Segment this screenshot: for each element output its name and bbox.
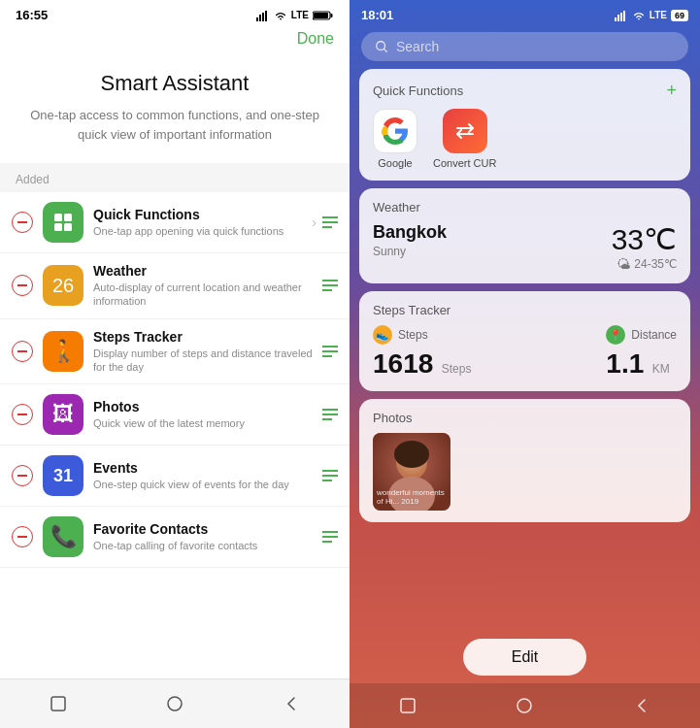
done-button[interactable]: Done [297,30,334,48]
weather-card: Weather Bangkok Sunny 33℃ 🌤 24-35℃ [359,188,690,283]
reorder-icon[interactable] [322,470,338,481]
steps-column: 👟 Steps 1618 Steps [373,325,471,380]
item-desc: One-tap app opening via quick functions [93,224,302,238]
photos-card-title: Photos [373,411,412,425]
add-quick-function-button[interactable]: + [666,81,677,101]
reorder-icon[interactable] [322,280,338,291]
reorder-icon[interactable] [322,346,338,357]
wifi-icon-right [632,10,646,21]
reorder-icon[interactable] [322,531,338,543]
item-actions [322,280,338,291]
quick-icons-list: Google Convert CUR [373,109,677,169]
convert-icon [443,109,487,153]
remove-button[interactable] [12,212,33,233]
nav-square-button-right[interactable] [393,691,422,720]
item-text-steps: Steps Tracker Display number of steps an… [93,329,313,375]
item-title: Quick Functions [93,207,302,222]
left-header: Done [0,26,350,55]
photos-content: wonderful moments of Hi... 2019 [373,433,677,511]
item-actions [322,346,338,357]
svg-rect-7 [54,214,62,221]
photo-thumbnail: wonderful moments of Hi... 2019 [373,433,450,511]
item-text-photos: Photos Quick view of the latest memory [93,399,313,430]
nav-back-button[interactable] [277,689,306,718]
battery-badge-right: 69 [671,10,688,21]
list-item: 🚶 Steps Tracker Display number of steps … [0,319,350,385]
convert-app-label: Convert CUR [433,157,496,169]
remove-button[interactable] [12,341,33,362]
nav-back-button-right[interactable] [627,691,656,720]
network-type-left: LTE [291,10,309,20]
weather-content: Bangkok Sunny 33℃ 🌤 24-35℃ [373,222,677,272]
svg-rect-5 [314,13,328,18]
distance-label: Distance [631,328,677,342]
steps-tracker-card: Steps Tracker 👟 Steps 1618 Steps [359,291,690,391]
remove-button[interactable] [12,465,33,486]
cards-container: Quick Functions + Google [350,69,700,629]
nav-home-button[interactable] [160,689,189,718]
nav-home-button-right[interactable] [510,691,539,720]
svg-point-12 [168,697,182,711]
quick-app-google[interactable]: Google [373,109,417,169]
item-icon-weather: 26 [43,265,83,306]
search-placeholder: Search [396,39,439,54]
reorder-icon[interactable] [322,409,338,420]
item-title: Weather [93,263,313,279]
weather-card-header: Weather [373,200,677,215]
google-app-label: Google [378,157,412,169]
quick-app-convert[interactable]: Convert CUR [433,109,496,169]
wifi-icon [274,10,287,21]
nav-square-button[interactable] [44,689,73,718]
steps-dot-icon: 👟 [373,325,392,345]
item-title: Events [93,460,313,476]
remove-button[interactable] [12,404,33,425]
weather-range-value: 24-35℃ [634,257,677,271]
item-icon-steps: 🚶 [43,331,83,372]
signal-icon [256,10,270,21]
search-bar[interactable]: Search [361,32,688,61]
steps-card-header: Steps Tracker [373,303,677,317]
remove-button[interactable] [12,275,33,296]
svg-rect-22 [401,699,415,712]
list-item: 🖼 Photos Quick view of the latest memory [0,384,350,446]
left-title-area: Smart Assistant One-tap access to common… [0,55,350,163]
left-time: 16:55 [16,8,48,22]
weather-condition: Sunny [373,245,447,258]
item-text-weather: Weather Auto-display of current location… [93,263,313,309]
svg-rect-10 [64,223,72,231]
sun-icon: 🌤 [617,256,630,272]
remove-button[interactable] [12,526,33,547]
steps-count: 1618 [373,348,433,379]
edit-button[interactable]: Edit [463,639,587,676]
list-item: 31 Events One-step quick view of events … [0,446,350,507]
right-status-bar: 18:01 LTE 69 [350,0,700,26]
item-icon-events: 31 [43,455,83,496]
photos-card: Photos [359,399,690,522]
item-actions [322,470,338,481]
right-panel: 18:01 LTE 69 Search [350,0,700,728]
photos-card-header: Photos [373,411,677,425]
battery-icon-left [313,10,334,21]
svg-rect-16 [623,11,625,21]
item-actions: › [312,215,338,230]
reorder-icon[interactable] [322,216,338,228]
distance-dot-icon: 📍 [606,325,625,345]
distance-count: 1.1 [606,348,644,379]
right-nav-bar [350,683,700,728]
right-time: 18:01 [361,8,393,22]
item-desc: Display number of steps and distance tra… [93,347,313,375]
svg-point-21 [394,441,429,468]
item-actions [322,409,338,420]
steps-label: Steps [398,328,428,342]
weather-range: 🌤 24-35℃ [612,256,677,272]
signal-icon-right [615,10,628,21]
network-type-right: LTE [650,10,667,20]
svg-rect-6 [331,14,333,17]
weather-temperature: 33℃ [612,222,677,256]
edit-btn-container: Edit [350,629,700,683]
svg-rect-15 [620,13,622,21]
item-text-events: Events One-step quick view of events for… [93,460,313,491]
page-subtitle: One-tap access to common functions, and … [29,106,320,144]
distance-column: 📍 Distance 1.1 KM [606,325,677,380]
steps-content: 👟 Steps 1618 Steps 📍 Distance [373,325,677,380]
